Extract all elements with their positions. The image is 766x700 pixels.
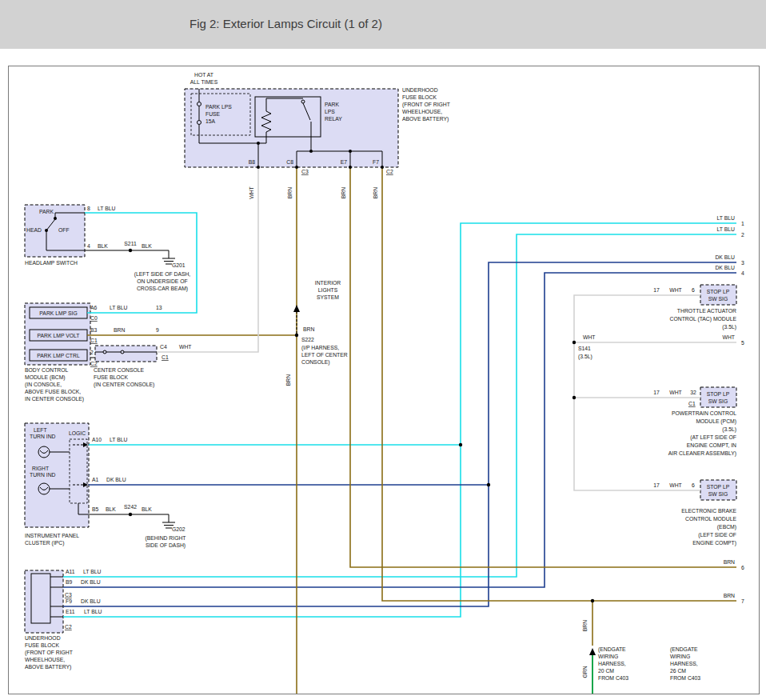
wht-wires <box>157 167 736 490</box>
dk-blu-wires <box>63 262 736 606</box>
exit-3-num: 3 <box>741 260 744 266</box>
endgate-wire-brn: BRN <box>582 620 588 631</box>
bcm-wire-a6: LT BLU <box>110 305 128 310</box>
ipc-pin-b5: B5 <box>92 506 99 512</box>
diagram-canvas: HOT AT ALL TIMES PARK LPS FUSE 15A PARK … <box>8 66 760 694</box>
ipc-left-1: LEFT <box>34 427 47 433</box>
top-location-3: (FRONT OF RIGHT <box>402 102 450 108</box>
tac-box-2: SW SIG <box>708 296 728 302</box>
ipc-pin-a10: A10 <box>92 437 102 442</box>
pcm-name-1: POWERTRAIN CONTROL <box>672 410 736 416</box>
switch-wire-8: LT BLU <box>98 206 116 211</box>
ipc-wire-a10: LT BLU <box>110 437 128 442</box>
s222-loc-3: CONSOLE) <box>301 359 330 366</box>
s141-wire: WHT <box>583 334 595 340</box>
splice-s222: S222 <box>301 337 314 342</box>
bcm-pin-2: 2 <box>90 350 94 355</box>
ipc-wire-b5a: BLK <box>106 506 116 512</box>
bottom-name-3: (FRONT OF RIGHT <box>25 650 73 656</box>
pcm-stop-lamp-box <box>700 387 736 407</box>
s222-wire-brn: BRN <box>303 326 314 332</box>
endgate-note1-3: HARNESS, <box>598 661 626 666</box>
s141-labels: WHT S141 (3.5L) <box>578 334 595 360</box>
splice-s242: S242 <box>124 504 137 510</box>
grn-wire <box>589 648 596 694</box>
bottom-name-1: UNDERHOOD <box>25 635 61 641</box>
ipc-right-1: RIGHT <box>32 466 49 471</box>
headlamp-switch-name: HEADLAMP SWITCH <box>25 260 78 266</box>
switch-pos-head: HEAD <box>26 227 42 233</box>
wiring-diagram: HOT AT ALL TIMES PARK LPS FUSE 15A PARK … <box>9 66 759 694</box>
bcm-pin-a6: A6 <box>90 305 98 310</box>
wire-a11: LT BLU <box>83 569 102 574</box>
exit-7-label: BRN <box>724 593 735 598</box>
endgate-note1-5: FROM C403 <box>598 675 628 681</box>
all-times-label: ALL TIMES <box>190 79 218 85</box>
console-pin-c4: C4 <box>160 344 167 350</box>
ebcm-name-3: (EBCM) <box>717 524 736 530</box>
bcm-ckt-13: 13 <box>156 305 162 310</box>
bcm-name-4: ABOVE FUSE BLOCK, <box>25 389 81 394</box>
pcm-name-4: (AT LEFT SIDE OF <box>690 434 736 441</box>
switch-pin-8: 8 <box>87 206 90 211</box>
wire-e11: LT BLU <box>84 609 102 614</box>
g202-loc-2: SIDE OF DASH) <box>146 542 186 549</box>
s141-note: (3.5L) <box>578 354 592 360</box>
fuse-label-3: 15A <box>205 118 216 124</box>
bcm-row-ctrl: PARK LMP CTRL <box>37 353 80 358</box>
ebcm-pin: 6 <box>692 482 695 488</box>
tac-ckt: 17 <box>653 287 660 293</box>
endgate-wire-grn: GRN <box>582 666 588 678</box>
ipc-name-2: CLUSTER (IPC) <box>25 540 64 546</box>
g202-loc-1: (BEHIND RIGHT <box>146 535 186 542</box>
exit-5-label: WHT <box>723 334 735 340</box>
bottom-name-4: WHEELHOUSE, <box>25 657 65 662</box>
pcm-box-2: SW SIG <box>708 398 728 404</box>
hot-at-label: HOT AT <box>194 72 213 78</box>
wire-f9: DK BLU <box>81 598 101 604</box>
s222-loc-1: (I/P HARNESS, <box>301 345 339 351</box>
black-wires-grounds <box>85 250 175 528</box>
connector-c3: C3 <box>301 169 309 174</box>
endgate-labels: BRN GRN (ENDGATE WIRING HARNESS, 20 CM F… <box>582 620 700 681</box>
connector-c2: C2 <box>386 169 393 174</box>
figure-title-bar: Fig 2: Exterior Lamps Circuit (1 of 2) <box>0 0 766 49</box>
console-conn-c1: C1 <box>162 354 169 360</box>
ipc-name-1: INSTRUMENT PANEL <box>25 533 79 538</box>
ebcm-box-2: SW SIG <box>708 491 728 497</box>
relay-label-2: LPS <box>325 109 335 114</box>
switch-pin-4: 4 <box>87 243 90 249</box>
pcm-name-3: (3.5L) <box>722 426 736 433</box>
tac-wire: WHT <box>669 287 681 293</box>
endgate-note1-1: (ENDGATE <box>598 646 626 653</box>
bcm-name-5: IN CENTER CONSOLE) <box>25 396 84 402</box>
wire-b9: DK BLU <box>81 579 101 585</box>
endgate-note2-3: HARNESS, <box>670 661 698 666</box>
switch-wire-4b: BLK <box>142 243 152 249</box>
top-location-4: WHEELHOUSE, <box>402 109 442 114</box>
ground-g202: G202 <box>172 526 186 532</box>
fuse-label-1: PARK LPS <box>205 104 232 110</box>
bcm-ckt-9: 9 <box>156 327 159 333</box>
endgate-note2-2: WIRING <box>670 654 690 659</box>
pcm-conn-c1: C1 <box>688 401 696 406</box>
tac-stop-lamp-box <box>700 285 736 305</box>
bcm-conn-c0: C0 <box>90 315 98 321</box>
interior-system-3: SYSTEM <box>317 294 339 300</box>
exit-1-label: LT BLU <box>717 215 736 221</box>
g201-loc-2: ON UNDERSIDE OF <box>137 278 187 284</box>
switch-pos-park: PARK <box>39 209 54 214</box>
pin-b9: B9 <box>66 579 73 585</box>
endgate-note2-5: FROM C403 <box>670 675 700 681</box>
wire-color-f7: BRN <box>373 187 378 198</box>
brn-wires <box>87 167 736 694</box>
pcm-name-6: AIR CLEANER ASSEMBLY) <box>668 450 736 457</box>
ebcm-box-1: STOP LP <box>707 484 730 490</box>
pin-a11: A11 <box>66 569 75 574</box>
tac-name-2: CONTROL (TAC) MODULE <box>670 316 737 322</box>
exit-1-num: 1 <box>741 221 744 226</box>
exit-7-num: 7 <box>741 598 744 604</box>
ipc-left-2: TURN IND <box>30 434 56 439</box>
interior-system-2: LIGHTS <box>318 287 338 293</box>
tac-box-1: STOP LP <box>707 289 730 294</box>
